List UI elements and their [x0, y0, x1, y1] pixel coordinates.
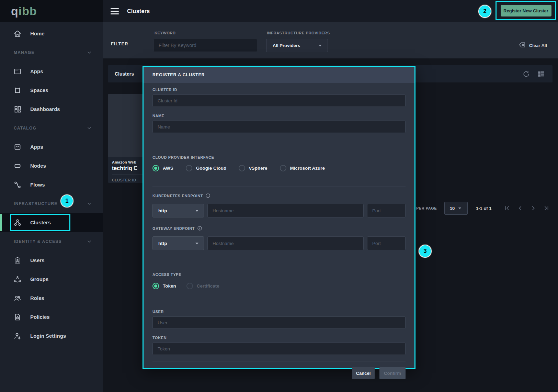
previous-page-icon[interactable]: [516, 204, 524, 212]
next-page-icon[interactable]: [529, 204, 537, 212]
chevron-down-icon: [87, 125, 92, 131]
register-new-cluster-button[interactable]: Register New Cluster: [501, 5, 551, 16]
pagination-range: 1-1 of 1: [476, 206, 492, 211]
nodes-icon: [13, 161, 22, 170]
modal-divider: [152, 361, 406, 361]
gateway-port-input[interactable]: [367, 236, 406, 250]
sidebar-item-groups[interactable]: Groups: [0, 270, 103, 289]
sidebar-item-label: Policies: [30, 314, 50, 320]
radio-dot: [152, 165, 159, 171]
cloud-provider-group: CLOUD PROVIDER INTERFACE AWS Google Clou…: [152, 155, 406, 171]
cluster-id-field-group: CLUSTER ID: [152, 88, 406, 107]
chevron-down-icon: [87, 50, 92, 55]
sidebar-item-apps-manage[interactable]: Apps: [0, 62, 103, 81]
info-icon[interactable]: [205, 193, 210, 198]
radio-dot: [239, 165, 245, 171]
sidebar-item-policies[interactable]: Policies: [0, 307, 103, 326]
list-view-icon[interactable]: [537, 70, 545, 78]
filter-label: FILTER: [111, 41, 128, 46]
sidebar-section-identity-access[interactable]: IDENTITY & ACCESS: [0, 232, 103, 251]
radio-token[interactable]: Token: [152, 283, 176, 289]
pagination-bar: PER PAGE 10 1-1 of 1: [409, 197, 553, 219]
info-icon[interactable]: [197, 226, 202, 231]
user-input[interactable]: [152, 316, 406, 329]
step-marker-3: 3: [419, 245, 432, 258]
qibb-logo[interactable]: qibb: [11, 4, 37, 18]
sidebar-item-roles[interactable]: Roles: [0, 289, 103, 307]
token-field-label: TOKEN: [152, 336, 406, 340]
sidebar-section-manage[interactable]: MANAGE: [0, 43, 103, 62]
sidebar-item-nodes[interactable]: Nodes: [0, 156, 103, 175]
chevron-down-icon: [87, 201, 92, 206]
sidebar-item-label: Roles: [30, 295, 44, 301]
gateway-hostname-input[interactable]: [207, 236, 364, 250]
sidebar-item-label: Users: [30, 257, 45, 263]
sidebar-item-home[interactable]: Home: [0, 24, 103, 43]
confirm-button[interactable]: Confirm: [379, 367, 406, 379]
page-title: Clusters: [127, 8, 150, 14]
radio-vsphere[interactable]: vSphere: [239, 165, 267, 171]
roles-icon: [13, 294, 22, 303]
policies-icon: [13, 313, 22, 322]
flows-icon: [13, 180, 22, 189]
cloud-provider-label: CLOUD PROVIDER INTERFACE: [152, 155, 406, 159]
kubernetes-endpoint-label: KUBERNETES ENDPOINT: [152, 194, 203, 198]
radio-dot: [280, 165, 286, 171]
register-highlight-box: Register New Cluster: [496, 1, 556, 20]
name-field-group: NAME: [152, 114, 406, 133]
sidebar-section-infrastructure[interactable]: INFRASTRUCTURE: [0, 194, 103, 213]
chevron-down-icon: [457, 206, 462, 211]
clusters-icon: [13, 218, 22, 227]
clear-all-button[interactable]: Clear All: [518, 41, 547, 50]
radio-dot: [186, 165, 192, 171]
radio-aws[interactable]: AWS: [152, 165, 173, 171]
sidebar-item-label: Apps: [30, 144, 43, 150]
name-input[interactable]: [152, 121, 406, 133]
keyword-label: KEYWORD: [155, 31, 176, 35]
clear-icon: [518, 41, 526, 50]
cluster-id-input[interactable]: [152, 94, 406, 107]
home-icon: [13, 29, 22, 38]
gateway-endpoint-group: GATEWAY ENDPOINT http: [152, 226, 406, 250]
radio-microsoft-azure[interactable]: Microsoft Azure: [280, 165, 325, 171]
sidebar-item-spaces[interactable]: Spaces: [0, 81, 103, 100]
per-page-select[interactable]: 10: [444, 202, 468, 215]
providers-select[interactable]: All Providers: [266, 39, 328, 52]
kubernetes-port-input[interactable]: [367, 204, 406, 217]
sidebar-item-label: Flows: [30, 182, 45, 188]
last-page-icon[interactable]: [543, 204, 550, 212]
sidebar-item-flows[interactable]: Flows: [0, 175, 103, 194]
groups-icon: [13, 275, 22, 284]
sidebar-item-login-settings[interactable]: Login Settings: [0, 326, 103, 345]
modal-divider: [152, 187, 406, 187]
sidebar-nav: Home MANAGE Apps Spaces: [0, 22, 103, 345]
first-page-icon[interactable]: [503, 204, 511, 212]
radio-certificate: Certificate: [186, 283, 219, 289]
filter-bar: FILTER KEYWORD INFRASTRUCTURE PROVIDERS …: [103, 22, 558, 58]
login-settings-icon: [13, 332, 22, 340]
kubernetes-scheme-select[interactable]: http: [152, 204, 204, 217]
sidebar-item-label: Apps: [30, 68, 43, 74]
modal-title: REGISTER A CLUSTER: [152, 72, 205, 77]
radio-google-cloud[interactable]: Google Cloud: [186, 165, 227, 171]
sidebar-item-users[interactable]: Users: [0, 251, 103, 270]
chevron-down-icon: [87, 239, 92, 244]
gateway-scheme-select[interactable]: http: [152, 236, 204, 250]
cancel-button[interactable]: Cancel: [352, 367, 375, 379]
sidebar-item-label: Home: [30, 31, 45, 36]
modal-header: REGISTER A CLUSTER: [144, 67, 414, 83]
token-input[interactable]: [152, 343, 406, 355]
sidebar-item-clusters[interactable]: Clusters: [0, 213, 103, 232]
step-marker-2: 2: [478, 5, 491, 18]
kubernetes-hostname-input[interactable]: [207, 204, 364, 217]
providers-select-value: All Providers: [273, 43, 318, 48]
menu-icon[interactable]: [111, 8, 119, 14]
sidebar-item-dashboards[interactable]: Dashboards: [0, 100, 103, 119]
users-icon: [13, 256, 22, 265]
providers-label: INFRASTRUCTURE PROVIDERS: [267, 31, 330, 35]
sidebar-section-catalog[interactable]: CATALOG: [0, 119, 103, 137]
refresh-icon[interactable]: [522, 70, 530, 78]
name-field-label: NAME: [152, 114, 406, 118]
keyword-search-input[interactable]: [153, 39, 257, 52]
sidebar-item-apps-catalog[interactable]: Apps: [0, 137, 103, 156]
